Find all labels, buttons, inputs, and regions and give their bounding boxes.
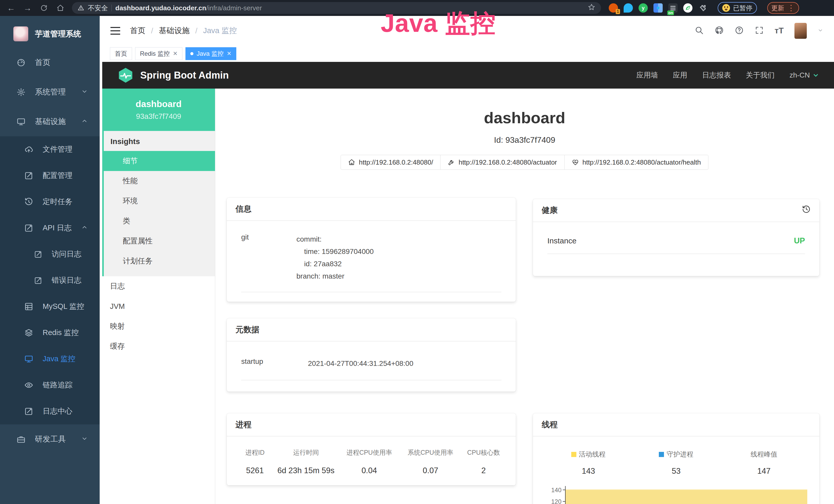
header-icons: тT <box>695 23 823 39</box>
git-commit-label: commit: <box>297 235 322 243</box>
on-badge: on <box>667 10 674 15</box>
font-size-icon[interactable]: тT <box>775 26 784 36</box>
sidebar-item-error-log[interactable]: 错误日志 <box>0 267 100 294</box>
sba-item-jvm[interactable]: JVM <box>102 296 215 316</box>
sidebar-item-trace[interactable]: 链路追踪 <box>0 372 100 398</box>
sidebar-item-label: Redis 监控 <box>43 328 79 338</box>
sba-brand[interactable]: Spring Boot Admin <box>117 67 229 84</box>
avatar-caret-icon[interactable] <box>817 27 823 34</box>
menu-kebab-icon[interactable]: ⋮ <box>787 4 795 12</box>
process-col-header: CPU核心数 <box>461 448 506 457</box>
app-logo-row[interactable]: 芋道管理系统 <box>0 16 100 48</box>
sidebar-item-infra[interactable]: 基础设施 <box>0 107 100 136</box>
health-url-button[interactable]: http://192.168.0.2:48080/actuator/health <box>564 155 708 170</box>
monitor-icon <box>17 117 26 126</box>
shield-extension-icon[interactable]: 1 <box>609 3 618 13</box>
sba-item-configprops[interactable]: 配置属性 <box>104 231 215 251</box>
content-scroll-gutter[interactable] <box>100 16 102 504</box>
sba-item-caches[interactable]: 缓存 <box>102 336 215 357</box>
locale-select[interactable]: zh-CN <box>790 71 819 79</box>
heartbeat-icon <box>572 159 579 166</box>
sidebar-item-redis[interactable]: Redis 监控 <box>0 320 100 346</box>
sba-item-metrics[interactable]: 性能 <box>104 171 215 191</box>
update-pill[interactable]: 更新 ⋮ <box>767 2 799 14</box>
process-card-body: 进程ID 运行时间 进程CPU使用率 系统CPU使用率 CPU核心数 5261 … <box>227 436 516 475</box>
tab-home[interactable]: 首页 <box>110 47 132 60</box>
sba-item-classes[interactable]: 类 <box>104 211 215 231</box>
chart-y-axis: 140 120 100 <box>545 486 565 504</box>
y-extension-icon[interactable]: y <box>639 3 648 13</box>
thread-stats: 活动线程 143 守护进程 53 线程峰值 147 <box>545 450 808 476</box>
legend-swatch-daemon <box>659 452 664 457</box>
tab-redis[interactable]: Redis 监控 ✕ <box>135 47 182 60</box>
address-bar[interactable]: 不安全 dashboard.yudao.iocoder.cn/infra/adm… <box>72 2 601 14</box>
sidebar-item-java-active[interactable]: Java 监控 <box>0 346 100 372</box>
sba-item-logs[interactable]: 日志 <box>102 276 215 296</box>
help-icon[interactable] <box>734 26 744 36</box>
wrench-icon <box>448 159 455 166</box>
sba-item-scheduled[interactable]: 计划任务 <box>104 251 215 271</box>
breadcrumb-infra[interactable]: 基础设施 <box>159 25 190 36</box>
hamburger-icon[interactable] <box>110 27 120 35</box>
dashboard-icon <box>17 58 26 67</box>
instance-id: 93a3fc7f7409 <box>136 112 181 121</box>
sidebar-item-system[interactable]: 系统管理 <box>0 77 100 107</box>
back-icon[interactable]: ← <box>6 3 16 13</box>
active-threads-area-series <box>566 489 807 504</box>
github-icon[interactable] <box>715 26 724 36</box>
bookmark-star-icon[interactable] <box>588 3 595 13</box>
sba-instance-header[interactable]: dashboard 93a3fc7f7409 <box>102 89 215 131</box>
sba-nav-links: 应用墙 应用 日志报表 关于我们 zh-CN <box>636 70 819 80</box>
user-avatar[interactable] <box>794 23 807 39</box>
sidebar-item-jobs[interactable]: 定时任务 <box>0 189 100 215</box>
nav-about[interactable]: 关于我们 <box>746 70 775 80</box>
info-row-git: git commit: time: 1596289704000 id: 27aa… <box>241 233 501 292</box>
sidebar-item-mysql[interactable]: MySQL 监控 <box>0 294 100 320</box>
sba-item-env[interactable]: 环境 <box>104 191 215 211</box>
onetab-extension-icon[interactable]: on <box>668 3 678 13</box>
breadcrumb-home[interactable]: 首页 <box>130 25 146 36</box>
process-uptime: 6d 23h 15m 59s <box>273 466 338 475</box>
actuator-url-button[interactable]: http://192.168.0.2:48080/actuator <box>440 155 564 170</box>
grid-extension-icon[interactable] <box>654 3 663 13</box>
tab-java-active[interactable]: Java 监控 ✕ <box>185 47 236 60</box>
forward-icon[interactable]: → <box>23 3 32 13</box>
home-icon[interactable] <box>56 3 65 13</box>
sba-item-details[interactable]: 细节 <box>104 151 215 171</box>
search-icon[interactable] <box>695 26 704 36</box>
infra-submenu: 文件管理 配置管理 定时任务 API 日志 访问日志 错误日志 <box>0 136 100 425</box>
leaf-extension-icon[interactable] <box>683 3 693 13</box>
sidebar-item-log-center[interactable]: 日志中心 <box>0 398 100 425</box>
sidebar-item-files[interactable]: 文件管理 <box>0 136 100 162</box>
history-icon[interactable] <box>802 205 811 216</box>
process-card: 进程 进程ID 运行时间 进程CPU使用率 系统CPU使用率 CPU核心数 52… <box>227 413 516 485</box>
service-url-button[interactable]: http://192.168.0.2:48080/ <box>341 155 440 170</box>
profile-paused-pill[interactable]: 已暂停 <box>718 2 757 14</box>
stat-value: 143 <box>545 466 632 476</box>
sidebar-item-label: 基础设施 <box>35 116 66 127</box>
health-card: 健康 Instance UP <box>533 199 819 276</box>
sidebar-item-home[interactable]: 首页 <box>0 48 100 77</box>
y-tick-120: 120 <box>551 498 562 504</box>
fullscreen-icon[interactable] <box>755 26 764 36</box>
pin-extension-icon[interactable] <box>623 3 633 13</box>
nav-journal[interactable]: 日志报表 <box>702 70 731 80</box>
nav-applications[interactable]: 应用 <box>673 70 687 80</box>
card-title: 信息 <box>236 204 251 214</box>
tag-tab-bar: 首页 Redis 监控 ✕ Java 监控 ✕ <box>100 45 834 62</box>
tab-label: Redis 监控 <box>140 49 170 58</box>
breadcrumb-separator: / <box>151 26 153 35</box>
close-icon[interactable]: ✕ <box>227 50 232 57</box>
edit-icon <box>24 407 34 416</box>
close-icon[interactable]: ✕ <box>173 50 177 57</box>
threads-card-body: 活动线程 143 守护进程 53 线程峰值 147 140 120 100 <box>533 436 819 504</box>
sidebar-item-config[interactable]: 配置管理 <box>0 162 100 189</box>
sidebar-item-api-log[interactable]: API 日志 <box>0 215 100 241</box>
nav-wall[interactable]: 应用墙 <box>636 70 658 80</box>
sidebar-item-access-log[interactable]: 访问日志 <box>0 241 100 267</box>
reload-icon[interactable] <box>39 3 49 13</box>
puzzle-extensions-icon[interactable] <box>698 3 707 13</box>
sba-item-mappings[interactable]: 映射 <box>102 316 215 336</box>
sidebar-item-devtools[interactable]: 研发工具 <box>0 425 100 454</box>
process-pid: 5261 <box>237 466 273 475</box>
